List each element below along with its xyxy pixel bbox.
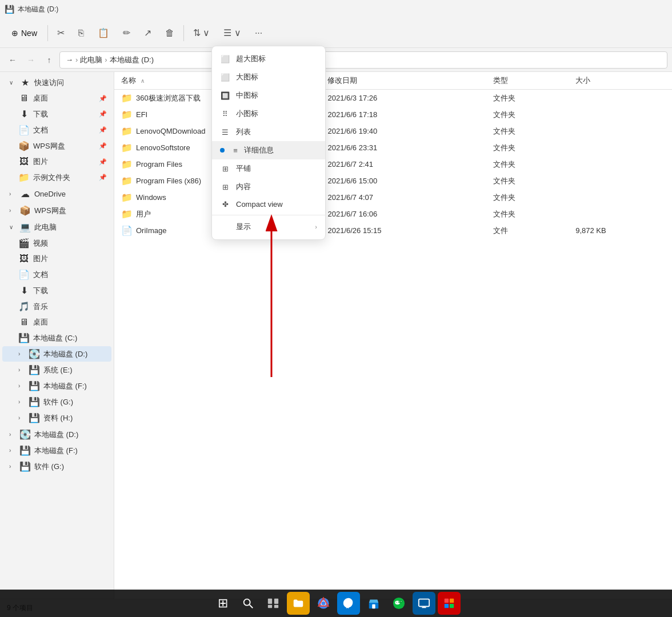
table-row[interactable]: 📁 360极速浏览器下载 2021/6/3 17:26 文件夹 [114, 90, 672, 107]
sidebar-item-video[interactable]: 🎬 视频 [2, 235, 111, 251]
sidebar-item-extra-f[interactable]: › 💾 本地磁盘 (F:) [2, 443, 111, 458]
sidebar-item-pc-downloads[interactable]: ⬇ 下载 [2, 283, 111, 298]
cut-icon: ✂ [57, 27, 65, 38]
svg-line-3 [250, 605, 253, 608]
sidebar-item-drive-h[interactable]: › 💾 资料 (H:) [2, 410, 111, 426]
cut-button[interactable]: ✂ [51, 24, 70, 42]
menu-item-medium-icon[interactable]: 🔲 中图标 [212, 86, 325, 105]
table-row[interactable]: 📁 Program Files 2021/6/7 2:41 文件夹 [114, 156, 672, 173]
taskbar-app2[interactable] [438, 592, 461, 615]
copy-button[interactable]: ⎘ [73, 25, 90, 42]
sidebar-label-pc-pictures: 图片 [33, 254, 107, 264]
share-button[interactable]: ↗ [138, 24, 157, 42]
back-button[interactable]: ← [5, 52, 21, 68]
expand-icon-extra-f: › [9, 447, 16, 454]
pin-icon-3: 📌 [99, 126, 107, 134]
table-row[interactable]: 📁 EFI 2021/6/6 17:18 文件夹 [114, 106, 672, 123]
menu-item-compact[interactable]: ✤ Compact view [212, 196, 325, 213]
menu-item-show[interactable]: 显示 › [212, 218, 325, 236]
large-icon-menu-icon: ⬜ [220, 73, 230, 82]
expand-icon-extra-g: › [9, 463, 16, 470]
file-name: Program Files (x86) [136, 177, 201, 185]
col-header-type[interactable]: 类型 [486, 72, 569, 90]
table-row[interactable]: 📁 Program Files (x86) 2021/6/6 15:00 文件夹 [114, 173, 672, 189]
medium-icon-menu-icon: 🔲 [220, 91, 230, 100]
menu-item-extra-large-icon[interactable]: ⬜ 超大图标 [212, 50, 325, 68]
col-header-size[interactable]: 大小 [569, 72, 672, 90]
sidebar-item-docs[interactable]: 📄 文档 📌 [2, 122, 111, 138]
up-button[interactable]: ↑ [41, 52, 57, 68]
sidebar-item-drive-g[interactable]: › 💾 软件 (G:) [2, 394, 111, 410]
drive-h-icon: 💾 [29, 412, 40, 423]
sidebar-item-wps-cloud[interactable]: › 📦 WPS网盘 [2, 203, 111, 218]
taskbar-file-explorer[interactable] [287, 592, 310, 615]
sidebar-item-pc-docs[interactable]: 📄 文档 [2, 267, 111, 282]
taskbar-wechat[interactable] [387, 592, 410, 615]
taskbar-windows-start[interactable]: ⊞ [211, 592, 234, 615]
menu-item-tiles[interactable]: ⊞ 平铺 [212, 159, 325, 178]
address-path[interactable]: → › 此电脑 › 本地磁盘 (D:) [59, 51, 667, 69]
taskbar-edge[interactable] [337, 592, 360, 615]
rename-button[interactable]: ✏ [117, 24, 136, 42]
extra-g-icon: 💾 [19, 461, 31, 472]
sidebar-item-quick-access[interactable]: ∨ ★ 快速访问 [2, 75, 111, 90]
toolbar: ⊕ New ✂ ⎘ 📋 ✏ ↗ 🗑 ⇅ ∨ ☰ ∨ ··· [0, 18, 672, 48]
sidebar-item-pictures[interactable]: 🖼 图片 📌 [2, 154, 111, 169]
taskbar-chrome[interactable] [312, 592, 335, 615]
menu-item-list[interactable]: ☰ 列表 [212, 123, 325, 141]
delete-button[interactable]: 🗑 [159, 25, 180, 42]
col-header-date[interactable]: 修改日期 [321, 72, 486, 90]
file-icon: 📁 [121, 142, 133, 153]
sidebar-section-extra: › 💽 本地磁盘 (D:) › 💾 本地磁盘 (F:) › 💾 软件 (G:) [0, 427, 114, 474]
sidebar-item-drive-e[interactable]: › 💾 系统 (E:) [2, 362, 111, 378]
table-row[interactable]: 📁 用户 2021/6/7 16:06 文件夹 [114, 206, 672, 222]
sidebar-item-this-pc[interactable]: ∨ 💻 此电脑 [2, 219, 111, 235]
menu-item-details[interactable]: ≡ 详细信息 [212, 141, 325, 159]
sidebar-item-music[interactable]: 🎵 音乐 [2, 299, 111, 314]
table-header-row: 名称 ∧ 修改日期 类型 大小 [114, 72, 672, 90]
menu-item-large-icon[interactable]: ⬜ 大图标 [212, 68, 325, 86]
pin-icon: 📌 [99, 95, 107, 102]
taskbar-store[interactable] [362, 592, 385, 615]
sidebar-item-downloads[interactable]: ⬇ 下载 📌 [2, 106, 111, 122]
sort-button[interactable]: ⇅ ∨ [187, 24, 215, 42]
view-button[interactable]: ☰ ∨ [218, 24, 246, 42]
music-icon: 🎵 [18, 301, 30, 312]
file-size [569, 139, 672, 156]
sidebar-item-pc-desktop[interactable]: 🖥 桌面 [2, 315, 111, 330]
taskbar-remote[interactable] [413, 592, 435, 615]
new-button[interactable]: ⊕ New [5, 25, 44, 41]
sidebar-item-drive-f[interactable]: › 💾 本地磁盘 (F:) [2, 378, 111, 394]
menu-label-extra-large: 超大图标 [236, 54, 317, 64]
file-name: LenovoSoftstore [136, 143, 190, 152]
taskbar-task-view[interactable] [262, 592, 285, 615]
more-button[interactable]: ··· [249, 25, 268, 42]
svg-rect-26 [450, 604, 454, 608]
svg-rect-6 [268, 605, 272, 608]
table-row[interactable]: 📄 OriImage 2021/6/26 15:15 文件 9,872 KB [114, 222, 672, 239]
table-row[interactable]: 📁 LenovoQMDownload 2021/6/6 19:40 文件夹 [114, 123, 672, 139]
svg-point-16 [396, 602, 397, 603]
sidebar-item-drive-c[interactable]: 💾 本地磁盘 (C:) [2, 330, 111, 346]
sidebar-label-extra-f: 本地磁盘 (F:) [34, 446, 107, 456]
selected-dot [220, 148, 225, 153]
file-type: 文件夹 [486, 90, 569, 107]
taskbar: ⊞ [0, 590, 672, 617]
sidebar-item-pc-pictures[interactable]: 🖼 图片 [2, 251, 111, 266]
sidebar-item-onedrive[interactable]: › ☁ OneDrive [2, 186, 111, 202]
sidebar-item-desktop[interactable]: 🖥 桌面 📌 [2, 91, 111, 106]
taskbar-search[interactable] [237, 592, 259, 615]
svg-rect-23 [445, 599, 449, 603]
sidebar-item-extra-d[interactable]: › 💽 本地磁盘 (D:) [2, 427, 111, 442]
menu-item-small-icon[interactable]: ⠿ 小图标 [212, 105, 325, 123]
sidebar-item-drive-d[interactable]: › 💽 本地磁盘 (D:) [2, 346, 111, 362]
sidebar-item-wps[interactable]: 📦 WPS网盘 📌 [2, 138, 111, 154]
details-menu-icon: ≡ [233, 146, 238, 155]
table-row[interactable]: 📁 Windows 2021/6/7 4:07 文件夹 [114, 189, 672, 206]
sidebar-item-extra-g[interactable]: › 💾 软件 (G:) [2, 459, 111, 474]
forward-button[interactable]: → [23, 52, 39, 68]
sidebar-item-sample-folder[interactable]: 📁 示例文件夹 📌 [2, 170, 111, 185]
table-row[interactable]: 📁 LenovoSoftstore 2021/6/6 23:31 文件夹 [114, 139, 672, 156]
paste-button[interactable]: 📋 [92, 24, 115, 42]
menu-item-content[interactable]: ⊞ 内容 [212, 178, 325, 196]
